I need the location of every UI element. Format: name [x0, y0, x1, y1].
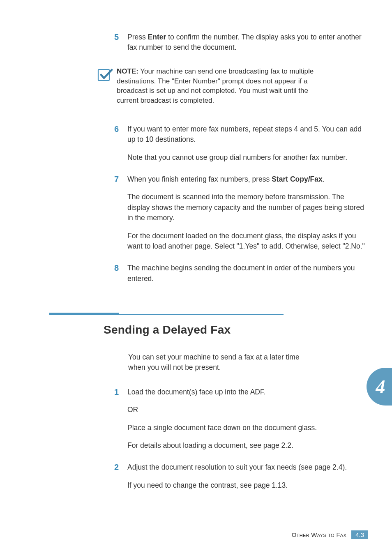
step-6: 6 If you want to enter more fax numbers,… — [114, 124, 367, 163]
chapter-number: 4 — [374, 376, 385, 398]
step-body: Press Enter to confirm the number. The d… — [127, 32, 367, 53]
section-divider — [49, 313, 284, 315]
step-paragraph: Press Enter to confirm the number. The d… — [127, 32, 367, 53]
step-number: 2 — [114, 462, 127, 491]
step-number: 7 — [114, 174, 127, 251]
svg-rect-1 — [49, 313, 119, 315]
step-paragraph: For details about loading a document, se… — [127, 440, 367, 451]
note-body: Your machine can send one broadcasting f… — [117, 67, 314, 104]
step-paragraph: The document is scanned into the memory … — [127, 192, 367, 223]
chapter-tab: 4 — [367, 368, 392, 406]
step-paragraph: Note that you cannot use group dial numb… — [127, 152, 367, 163]
step-body: The machine begins sending the document … — [127, 263, 367, 284]
note-label: NOTE: — [117, 67, 138, 75]
checkmark-note-icon — [94, 67, 117, 83]
section-intro: You can set your machine to send a fax a… — [128, 352, 305, 373]
step-paragraph: If you want to enter more fax numbers, r… — [127, 124, 367, 145]
section-heading: Sending a Delayed Fax — [104, 323, 367, 336]
step-body: If you want to enter more fax numbers, r… — [127, 124, 367, 163]
svg-rect-2 — [119, 314, 284, 315]
page-number-badge: 4.3 — [351, 530, 368, 539]
step-paragraph: When you finish entering fax numbers, pr… — [127, 174, 367, 184]
note-text: NOTE: Your machine can send one broadcas… — [117, 67, 324, 106]
step-number: 1 — [114, 387, 127, 451]
step-number: 6 — [114, 124, 127, 163]
step-1: 1 Load the document(s) face up into the … — [114, 387, 367, 451]
step-paragraph: For the document loaded on the document … — [127, 231, 367, 252]
step-paragraph: Adjust the document resolution to suit y… — [127, 462, 367, 472]
step-2: 2 Adjust the document resolution to suit… — [114, 462, 367, 491]
divider — [117, 109, 324, 109]
footer-label: Other Ways to Fax — [292, 531, 346, 538]
step-number: 8 — [114, 263, 127, 284]
step-paragraph: The machine begins sending the document … — [127, 263, 367, 284]
step-body: Load the document(s) face up into the AD… — [127, 387, 367, 451]
step-7: 7 When you finish entering fax numbers, … — [114, 174, 367, 251]
step-8: 8 The machine begins sending the documen… — [114, 263, 367, 284]
step-paragraph: Load the document(s) face up into the AD… — [127, 387, 367, 397]
step-paragraph: OR — [127, 405, 367, 415]
step-paragraph: Place a single document face down on the… — [127, 423, 367, 433]
step-body: Adjust the document resolution to suit y… — [127, 462, 367, 491]
page-footer: Other Ways to Fax 4.3 — [292, 530, 368, 539]
step-paragraph: If you need to change the contrast, see … — [127, 480, 367, 491]
step-5: 5 Press Enter to confirm the number. The… — [114, 32, 367, 53]
step-body: When you finish entering fax numbers, pr… — [127, 174, 367, 251]
step-number: 5 — [114, 32, 127, 53]
note-box: NOTE: Your machine can send one broadcas… — [94, 63, 324, 109]
